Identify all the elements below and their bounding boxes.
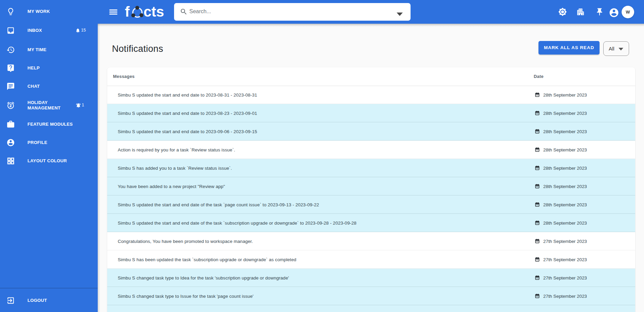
svg-text:f: f	[125, 4, 130, 20]
svg-text:cts: cts	[144, 4, 164, 20]
